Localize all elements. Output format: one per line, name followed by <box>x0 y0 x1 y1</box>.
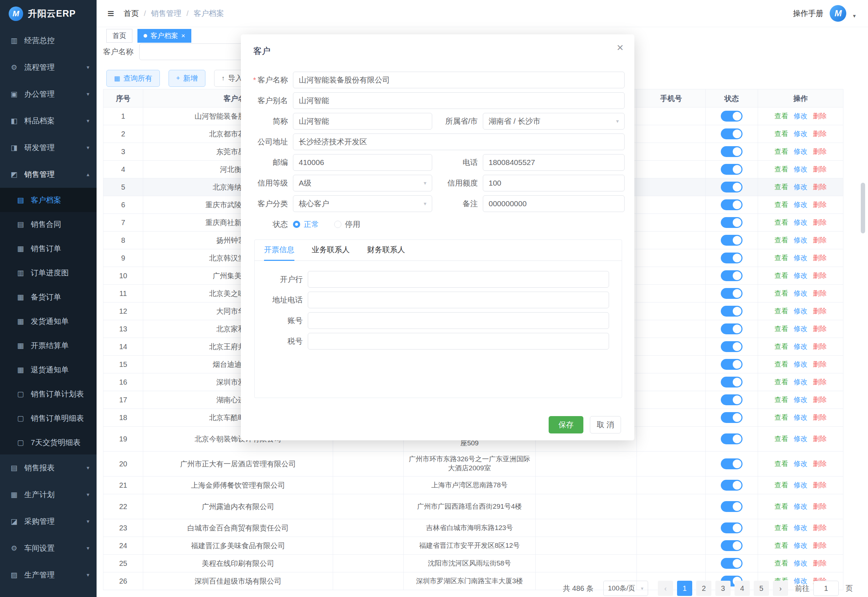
dialog-tab-invoice-info[interactable]: 开票信息 <box>264 245 295 260</box>
sidebar-item-order-plan-table[interactable]: ▢销售订单计划表 <box>0 382 96 406</box>
view-link[interactable]: 查看 <box>775 378 788 387</box>
edit-link[interactable]: 修改 <box>794 325 807 334</box>
close-tab-icon[interactable]: × <box>181 32 185 40</box>
credit-level-select[interactable]: A级 ▾ <box>293 175 432 192</box>
edit-link[interactable]: 修改 <box>794 481 807 490</box>
view-link[interactable]: 查看 <box>775 502 788 511</box>
edit-link[interactable]: 修改 <box>794 200 807 209</box>
status-toggle[interactable] <box>721 288 742 299</box>
status-radio-disabled[interactable]: 停用 <box>334 219 360 229</box>
page-button-1[interactable]: 1 <box>677 581 692 596</box>
edit-link[interactable]: 修改 <box>794 459 807 469</box>
sidebar-item-business-overview[interactable]: ▥经营总控 <box>0 27 96 54</box>
edit-link[interactable]: 修改 <box>794 147 807 156</box>
delete-link[interactable]: 删除 <box>813 559 827 568</box>
sidebar-item-stock-order[interactable]: ▦备货订单 <box>0 285 96 309</box>
view-link[interactable]: 查看 <box>775 218 788 227</box>
status-toggle[interactable] <box>721 252 742 263</box>
sidebar-item-material-files[interactable]: ◧料品档案▾ <box>0 107 96 134</box>
status-toggle[interactable] <box>721 540 742 551</box>
status-toggle[interactable] <box>721 128 742 139</box>
delete-link[interactable]: 删除 <box>813 183 827 192</box>
status-toggle[interactable] <box>721 558 742 569</box>
province-select[interactable]: 湖南省 / 长沙市 ▾ <box>483 113 625 129</box>
edit-link[interactable]: 修改 <box>794 254 807 263</box>
save-button[interactable]: 保存 <box>549 416 584 434</box>
delete-link[interactable]: 删除 <box>813 271 827 281</box>
page-button-5[interactable]: 5 <box>754 581 769 596</box>
delete-link[interactable]: 删除 <box>813 254 827 263</box>
view-link[interactable]: 查看 <box>775 395 788 404</box>
edit-link[interactable]: 修改 <box>794 183 807 192</box>
view-link[interactable]: 查看 <box>775 559 788 568</box>
view-link[interactable]: 查看 <box>775 541 788 550</box>
delete-link[interactable]: 删除 <box>813 395 827 404</box>
dialog-tab-finance-contact[interactable]: 财务联系人 <box>367 245 405 260</box>
edit-link[interactable]: 修改 <box>794 129 807 138</box>
bank-address-phone-input[interactable] <box>308 292 609 308</box>
sidebar-item-production-plan[interactable]: ▦生产计划▾ <box>0 481 96 508</box>
edit-link[interactable]: 修改 <box>794 271 807 281</box>
edit-link[interactable]: 修改 <box>794 378 807 387</box>
view-link[interactable]: 查看 <box>775 129 788 138</box>
short-name-input[interactable] <box>293 113 432 129</box>
delete-link[interactable]: 删除 <box>813 307 827 316</box>
tax-no-input[interactable] <box>308 333 609 349</box>
remark-input[interactable] <box>483 195 625 212</box>
prev-page-button[interactable]: ‹ <box>658 581 673 596</box>
sidebar-item-order-detail-table[interactable]: ▢销售订单明细表 <box>0 406 96 430</box>
edit-link[interactable]: 修改 <box>794 165 807 174</box>
view-link[interactable]: 查看 <box>775 183 788 192</box>
edit-link[interactable]: 修改 <box>794 502 807 511</box>
view-link[interactable]: 查看 <box>775 112 788 121</box>
tab-customer-files[interactable]: 客户档案× <box>138 29 191 43</box>
edit-link[interactable]: 修改 <box>794 524 807 533</box>
status-toggle[interactable] <box>721 146 742 157</box>
status-toggle[interactable] <box>721 394 742 405</box>
customer-name-input[interactable] <box>293 72 625 88</box>
avatar[interactable]: M <box>829 5 846 22</box>
status-toggle[interactable] <box>721 412 742 423</box>
status-toggle[interactable] <box>721 523 742 533</box>
status-toggle[interactable] <box>721 434 742 444</box>
status-toggle[interactable] <box>721 359 742 370</box>
delete-link[interactable]: 删除 <box>813 236 827 245</box>
view-link[interactable]: 查看 <box>775 459 788 469</box>
view-link[interactable]: 查看 <box>775 271 788 281</box>
edit-link[interactable]: 修改 <box>794 413 807 422</box>
credit-limit-input[interactable] <box>483 175 625 192</box>
status-toggle[interactable] <box>721 324 742 334</box>
view-link[interactable]: 查看 <box>775 254 788 263</box>
edit-link[interactable]: 修改 <box>794 342 807 351</box>
next-page-button[interactable]: › <box>773 581 788 596</box>
view-link[interactable]: 查看 <box>775 307 788 316</box>
edit-link[interactable]: 修改 <box>794 236 807 245</box>
view-link[interactable]: 查看 <box>775 342 788 351</box>
sidebar-item-sales-order[interactable]: ▦销售订单 <box>0 236 96 260</box>
delete-link[interactable]: 删除 <box>813 541 827 550</box>
customer-alias-input[interactable] <box>293 92 625 109</box>
delete-link[interactable]: 删除 <box>813 289 827 298</box>
cancel-button[interactable]: 取 消 <box>590 416 621 434</box>
breadcrumb-item[interactable]: 首页 <box>124 8 139 18</box>
category-select[interactable]: 核心客户 ▾ <box>293 195 432 212</box>
company-address-input[interactable] <box>293 134 625 150</box>
delete-link[interactable]: 删除 <box>813 218 827 227</box>
sidebar-item-workshop-setup[interactable]: ⚙车间设置▾ <box>0 535 96 561</box>
delete-link[interactable]: 删除 <box>813 325 827 334</box>
sidebar-item-seven-day-delivery[interactable]: ▢7天交货明细表 <box>0 430 96 454</box>
status-toggle[interactable] <box>721 270 742 281</box>
help-manual-link[interactable]: 操作手册 <box>793 8 823 18</box>
delete-link[interactable]: 删除 <box>813 360 827 369</box>
page-button-3[interactable]: 3 <box>715 581 730 596</box>
menu-toggle-icon[interactable]: ≡ <box>107 7 114 19</box>
sidebar-item-sales-contract[interactable]: ▤销售合同 <box>0 212 96 236</box>
delete-link[interactable]: 删除 <box>813 147 827 156</box>
breadcrumb-item[interactable]: 销售管理 <box>151 8 182 18</box>
status-toggle[interactable] <box>721 182 742 193</box>
zip-input[interactable] <box>293 154 432 171</box>
status-toggle[interactable] <box>721 235 742 246</box>
query-all-button[interactable]: ▦查询所有 <box>106 70 160 87</box>
account-no-input[interactable] <box>308 312 609 329</box>
view-link[interactable]: 查看 <box>775 413 788 422</box>
